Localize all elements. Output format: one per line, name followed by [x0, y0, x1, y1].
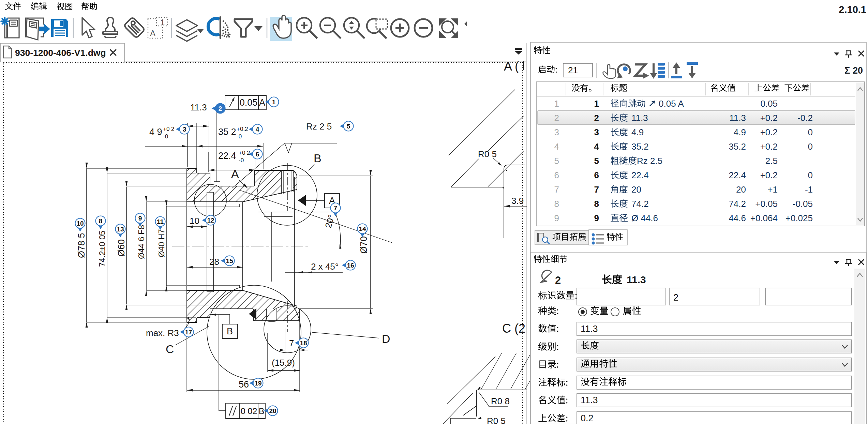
svg-text:-0: -0: [163, 133, 168, 140]
svg-text:+0 2: +0 2: [163, 126, 175, 132]
svg-text:+0 2: +0 2: [239, 150, 250, 156]
svg-text:B: B: [259, 406, 265, 416]
svg-text:28: 28: [209, 257, 219, 267]
svg-text:A: A: [231, 167, 239, 180]
svg-text:Ø44 6 F8: Ø44 6 F8: [137, 225, 146, 259]
svg-text:20: 20: [269, 407, 276, 414]
svg-text:21: 21: [568, 65, 578, 75]
svg-text:17: 17: [185, 329, 192, 336]
svg-text:A: A: [259, 97, 265, 108]
svg-text:8: 8: [594, 199, 599, 209]
svg-text:11.3: 11.3: [729, 113, 746, 123]
svg-text:A (: A (: [504, 59, 519, 73]
svg-text:2: 2: [673, 292, 678, 303]
svg-text:A: A: [150, 29, 155, 38]
svg-text:+0.2: +0.2: [760, 127, 778, 137]
svg-text:3.9: 3.9: [511, 196, 524, 206]
svg-text:3: 3: [554, 127, 559, 137]
svg-text:8: 8: [99, 217, 103, 225]
svg-text:2.5: 2.5: [765, 156, 778, 166]
svg-text:Ø 44.6: Ø 44.6: [631, 213, 658, 223]
svg-text:1: 1: [272, 99, 276, 106]
svg-text:Ø78 5: Ø78 5: [76, 233, 87, 258]
svg-text:R0 5: R0 5: [478, 149, 497, 159]
svg-text:5: 5: [594, 156, 599, 166]
svg-text:-1: -1: [805, 184, 813, 195]
svg-text:10: 10: [76, 220, 84, 227]
svg-text:7: 7: [594, 184, 599, 195]
svg-text:74.2: 74.2: [729, 199, 746, 209]
svg-text:7: 7: [334, 205, 338, 212]
svg-text:6: 6: [554, 170, 559, 180]
svg-text:4: 4: [594, 141, 599, 152]
svg-text:0: 0: [808, 127, 813, 137]
svg-text:11: 11: [157, 218, 164, 225]
svg-text:20°: 20°: [323, 213, 336, 229]
svg-text:14: 14: [359, 225, 366, 232]
svg-text:12: 12: [207, 217, 214, 224]
svg-text:11.3: 11.3: [627, 274, 646, 285]
svg-text:22.4: 22.4: [218, 151, 236, 161]
svg-text:35 2: 35 2: [218, 127, 236, 137]
svg-text:B: B: [314, 152, 321, 165]
svg-text:18: 18: [300, 339, 307, 347]
svg-text:+0.2: +0.2: [237, 126, 248, 132]
svg-text:+0.2: +0.2: [760, 113, 778, 123]
svg-text:4: 4: [256, 126, 259, 133]
svg-text:0.05: 0.05: [240, 97, 258, 108]
svg-text:22.4: 22.4: [729, 170, 746, 180]
svg-text:8: 8: [554, 199, 559, 209]
svg-text:0: 0: [808, 170, 813, 180]
svg-text:10: 10: [190, 216, 199, 226]
svg-text:44.6: 44.6: [729, 213, 746, 223]
svg-text:2.10.1: 2.10.1: [839, 4, 866, 15]
svg-text:19: 19: [254, 380, 261, 387]
svg-text:+0.025: +0.025: [785, 213, 813, 223]
svg-text:5: 5: [347, 123, 350, 130]
svg-text:4.9: 4.9: [631, 127, 644, 137]
svg-text:4: 4: [554, 141, 559, 152]
svg-text:D: D: [382, 332, 390, 345]
svg-text:35.2: 35.2: [729, 141, 746, 152]
svg-text:11.3: 11.3: [581, 324, 598, 334]
svg-text:R0 8: R0 8: [491, 396, 510, 406]
svg-text:2: 2: [219, 105, 222, 112]
svg-text:20: 20: [736, 184, 746, 195]
svg-text:(15.9): (15.9): [272, 358, 295, 368]
svg-text:9: 9: [554, 213, 559, 223]
svg-text:2: 2: [554, 113, 559, 123]
svg-text:C (2: C (2: [502, 321, 525, 335]
svg-text:1: 1: [554, 99, 559, 109]
svg-text:+1: +1: [767, 184, 778, 195]
svg-text:Rz 2.5: Rz 2.5: [637, 156, 662, 166]
svg-text:1: 1: [160, 18, 165, 27]
svg-text:4.9: 4.9: [734, 127, 746, 137]
svg-text:5: 5: [554, 156, 559, 166]
svg-text:11.3: 11.3: [581, 395, 598, 405]
svg-text:+0.05: +0.05: [755, 199, 778, 209]
svg-text:9: 9: [138, 215, 142, 222]
svg-text:20: 20: [631, 184, 641, 195]
svg-text:Rz 2 5: Rz 2 5: [306, 121, 332, 132]
svg-text:-0.05: -0.05: [793, 199, 813, 209]
svg-text:B: B: [227, 326, 233, 336]
svg-text:35.2: 35.2: [631, 141, 649, 152]
svg-text:+0.2: +0.2: [760, 170, 778, 180]
svg-text:2: 2: [555, 274, 561, 286]
svg-text:+0.2: +0.2: [760, 141, 778, 152]
svg-text:9: 9: [594, 213, 599, 223]
svg-text:-0: -0: [237, 133, 242, 140]
svg-text:+0.064: +0.064: [750, 213, 778, 223]
svg-text:7: 7: [554, 184, 559, 195]
svg-text:3: 3: [183, 126, 186, 133]
svg-text:0 02: 0 02: [241, 406, 257, 416]
svg-text:Σ 20: Σ 20: [844, 65, 863, 76]
svg-text:930-1200-406-V1.dwg: 930-1200-406-V1.dwg: [15, 48, 106, 58]
svg-text:max. R3: max. R3: [146, 328, 179, 338]
svg-text:0.2: 0.2: [581, 413, 594, 423]
svg-text:0.05: 0.05: [760, 99, 778, 109]
svg-text:Ø70: Ø70: [359, 236, 369, 254]
svg-text:C: C: [166, 343, 174, 355]
svg-text:15: 15: [226, 257, 233, 264]
svg-text:3: 3: [594, 127, 599, 137]
